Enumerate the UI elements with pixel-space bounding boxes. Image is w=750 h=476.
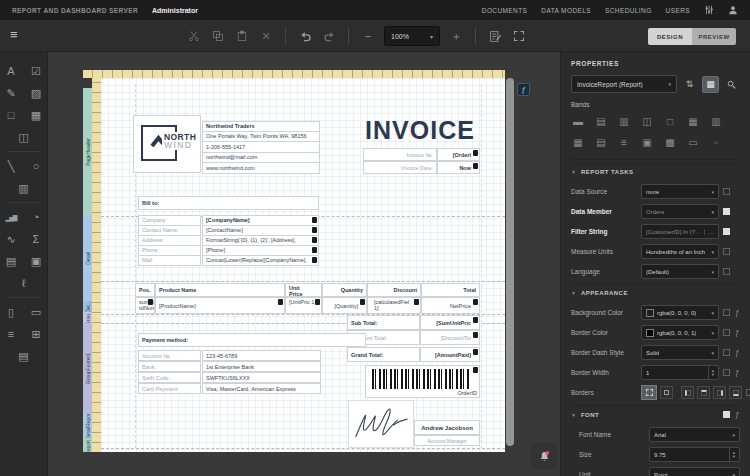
subtotal-field[interactable]: [SumUnitPric [420, 315, 480, 330]
zoom-in-icon[interactable]: ＋ [448, 28, 464, 44]
validate-icon[interactable] [487, 28, 503, 44]
data-source-checkbox[interactable] [723, 188, 730, 195]
company-address[interactable]: One Portals Way, Twin Points WA, 98156 [202, 132, 320, 143]
background-color-checkbox[interactable] [723, 309, 730, 316]
payment-swift-value[interactable]: SWFTKUS6LXXX [202, 372, 321, 383]
redo-icon[interactable] [321, 28, 337, 44]
col-header-unitprice[interactable]: Unit Price [285, 283, 322, 297]
design-tab[interactable]: DESIGN [648, 28, 692, 45]
barcode-box[interactable]: OrderID [365, 365, 480, 398]
logo-box[interactable]: NORTH WIND [133, 115, 201, 173]
invoice-number-label[interactable]: Invoice №: [363, 148, 437, 161]
border-dash-style-checkbox[interactable] [723, 349, 730, 356]
shape-tool-icon[interactable]: ○ [27, 157, 45, 175]
company-phone[interactable]: 1-206-555-1417 [202, 142, 320, 153]
billto-phone-label[interactable]: Phone: [138, 245, 201, 256]
band-icon[interactable]: ◫ [640, 114, 654, 128]
pivot-grid-tool-icon[interactable]: ⊞ [27, 325, 45, 343]
payment-bank-label[interactable]: Bank: [138, 361, 201, 372]
border-top-button[interactable] [697, 386, 710, 399]
chart-tool-icon[interactable]: ▂▅▇ [2, 208, 20, 226]
band-icon[interactable]: ▥ [617, 114, 631, 128]
band-groupfooter1[interactable]: GroupFooter1 [83, 323, 92, 414]
band-icon[interactable]: □ [663, 114, 677, 128]
detail-total-field[interactable]: NetPrice [421, 297, 480, 314]
menu-icon[interactable]: ≡ [10, 28, 18, 42]
section-report-tasks[interactable]: ▼REPORT TASKS [571, 163, 740, 179]
nav-documents[interactable]: DOCUMENTS [482, 7, 528, 14]
payment-account-value[interactable]: 123-45-6789 [202, 350, 321, 361]
zoom-out-icon[interactable]: − [360, 28, 376, 44]
detail-unitprice-field[interactable]: [UnitPric 1 [285, 297, 322, 314]
band-icon[interactable]: ▭ [686, 135, 700, 149]
section-appearance[interactable]: ▼APPEARANCE [571, 284, 740, 300]
band-detailreport[interactable]: DetailReport [83, 414, 92, 438]
search-icon[interactable] [723, 76, 740, 93]
border-dash-style-select[interactable]: Solid▾ [641, 345, 719, 360]
checkbox-tool-icon[interactable]: ☑ [27, 62, 45, 80]
object-selector[interactable]: InvoiceReport (Report)▾ [571, 75, 677, 93]
band-icon[interactable]: ▤ [594, 114, 608, 128]
payment-card-label[interactable]: Card Payment: [138, 383, 201, 394]
signer-name[interactable]: Andrew Jacobson [414, 420, 480, 435]
band-icon[interactable]: ▩ [663, 135, 677, 149]
border-all-button[interactable] [641, 385, 657, 400]
section-font[interactable]: ▼FONTƒ [571, 405, 740, 422]
nav-users[interactable]: USERS [666, 7, 690, 14]
data-member-checkbox[interactable] [723, 208, 730, 215]
company-name[interactable]: Northwind Traders [202, 121, 320, 132]
language-select[interactable]: (Default)▾ [641, 264, 719, 279]
data-member-select[interactable]: Orders▾ [641, 204, 719, 219]
label-tool-icon[interactable]: A [2, 62, 20, 80]
col-header-product[interactable]: Product Name [155, 283, 285, 297]
user-icon[interactable] [728, 5, 738, 15]
invoice-date-field[interactable]: Now [437, 161, 480, 174]
table-tool-icon[interactable]: ▦ [27, 106, 45, 124]
detail-quantity-field[interactable]: [Quantity] [322, 297, 367, 314]
spinner-arrows-icon[interactable]: ▴▾ [729, 448, 735, 461]
billto-phone-field[interactable]: [Phone] [202, 245, 319, 256]
script-expression-button[interactable]: ƒ [517, 83, 530, 96]
paste-icon[interactable] [234, 28, 250, 44]
barcode-tool-icon[interactable]: ▥ [15, 179, 33, 197]
border-bottom-button[interactable] [729, 386, 742, 399]
border-color-checkbox[interactable] [723, 329, 730, 336]
fullscreen-icon[interactable] [511, 28, 527, 44]
col-header-quantity[interactable]: Quantity [322, 283, 367, 297]
band-groupheader[interactable]: Grou… [83, 312, 92, 323]
grid-view-icon[interactable]: ▦ [702, 76, 719, 93]
font-unit-select[interactable]: Point▾ [649, 467, 740, 476]
font-checkbox[interactable] [723, 411, 730, 418]
col-header-discount[interactable]: Discount [367, 283, 421, 297]
billto-contact-field[interactable]: [ContactName] [202, 225, 319, 236]
payment-bank-value[interactable]: 1st Enterprise Bank [202, 361, 321, 372]
font-name-select[interactable]: Arial▾ [649, 427, 740, 442]
nav-data-models[interactable]: DATA MODELS [541, 7, 591, 14]
payment-header[interactable]: Payment method: [138, 333, 366, 347]
measure-units-checkbox[interactable] [723, 248, 730, 255]
copy-icon[interactable] [210, 28, 226, 44]
border-color-select[interactable]: rgba(0, 0, 0, 1)▾ [641, 325, 719, 340]
line-tool-icon[interactable]: ╲ [2, 157, 20, 175]
col-header-pos[interactable]: Pos. [135, 283, 155, 297]
preview-tab[interactable]: PREVIEW [692, 28, 736, 45]
expression-icon[interactable]: ƒ [734, 309, 740, 316]
vertical-scrollbar[interactable] [506, 78, 514, 446]
border-right-button[interactable] [713, 386, 726, 399]
billto-company-label[interactable]: Company: [138, 215, 201, 226]
character-comb-tool-icon[interactable]: ◫ [15, 128, 33, 146]
payment-card-value[interactable]: Visa, MasterCard, American Express [202, 383, 321, 394]
filter-string-input[interactable]: [CustomerID] In (?para…… [641, 224, 719, 239]
band-icon[interactable]: ▦ [571, 135, 585, 149]
sparkline-tool-icon[interactable]: ∿ [2, 230, 20, 248]
band-icon[interactable]: ▥ [709, 114, 723, 128]
cross-band-line-tool-icon[interactable]: ▯ [2, 303, 20, 321]
zoom-select[interactable]: 100%▾ [384, 26, 440, 46]
cross-band-box-tool-icon[interactable]: ▭ [27, 303, 45, 321]
expression-icon[interactable]: ƒ [734, 349, 740, 356]
language-checkbox[interactable] [723, 268, 730, 275]
billto-mail-field[interactable]: Concat(Lower(Replace([CompanyName], [202, 255, 319, 266]
grand-total-label[interactable]: Grand Total: [347, 347, 420, 362]
company-email[interactable]: northwind@mail.com [202, 153, 320, 164]
payment-swift-label[interactable]: Swift Code: [138, 372, 201, 383]
